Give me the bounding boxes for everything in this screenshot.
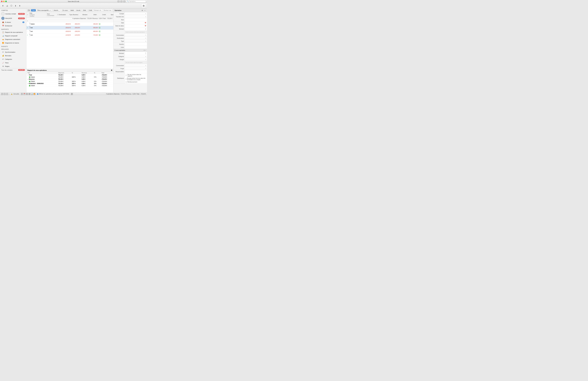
tri-button[interactable]: Tri bbox=[27, 9, 31, 11]
filter-icon[interactable]: ⊞ bbox=[28, 93, 30, 95]
transfert-vers-value[interactable]: ▼ bbox=[125, 15, 147, 18]
print-icon[interactable]: 🖨 bbox=[5, 4, 9, 8]
close-button[interactable] bbox=[1, 1, 2, 2]
stat-checkbox-1[interactable] bbox=[126, 78, 126, 80]
check-cell-2[interactable]: ○ bbox=[26, 31, 29, 32]
field-numero: Numéro bbox=[113, 43, 147, 46]
compte-value[interactable]: ▼ bbox=[125, 12, 147, 15]
sub-categorie-value[interactable]: ▼ bbox=[125, 55, 147, 58]
check-cell-0[interactable]: ○ bbox=[26, 23, 29, 25]
credit-button[interactable]: Crédit bbox=[87, 9, 93, 11]
minimize-button[interactable] bbox=[3, 1, 5, 2]
maximize-button[interactable] bbox=[5, 1, 7, 2]
valide-button[interactable]: Validé bbox=[69, 9, 75, 11]
sub-montant-value[interactable]: ▲▼ bbox=[125, 52, 147, 55]
view-btn-1[interactable] bbox=[117, 0, 120, 2]
statusbar-checkbox-area[interactable]: ✓ Afficher les opérations prévues jusqu'… bbox=[37, 93, 69, 95]
more-transaction-btn[interactable]: ⋯ bbox=[6, 93, 8, 95]
download-icon[interactable]: ⬇ bbox=[14, 4, 17, 8]
check-cell-1[interactable]: ✓ bbox=[26, 27, 29, 29]
avance-button[interactable]: Avancé... bbox=[53, 9, 60, 11]
stat-checkbox-0[interactable] bbox=[126, 75, 127, 76]
chart-icon[interactable]: 📊 bbox=[31, 93, 33, 95]
table-row[interactable]: ○ 25/06/201825/06/2018 Salaire -300,00 €… bbox=[26, 22, 113, 26]
view-btn-2[interactable] bbox=[120, 0, 123, 2]
sidebar-categories[interactable]: 🏷 Catégories bbox=[0, 57, 26, 61]
add-transaction-btn[interactable]: + bbox=[1, 93, 3, 95]
sidebar-synchronisation[interactable]: ⟳ Synchronisation bbox=[0, 50, 26, 54]
th-debit[interactable]: Débit bbox=[88, 14, 97, 16]
sidebar-monnaies[interactable]: 💰 Monnaies bbox=[0, 54, 26, 57]
categorie-cell-0: Salaire bbox=[99, 23, 100, 25]
add-icon[interactable]: + bbox=[144, 9, 146, 11]
sub-commentaire-value[interactable]: ▼ bbox=[125, 64, 147, 67]
th-check[interactable]: ✓ bbox=[26, 14, 29, 16]
type-value[interactable]: ▼ bbox=[125, 40, 147, 43]
sidebar-titres[interactable]: 📈 Titres bbox=[0, 61, 26, 64]
calculator-icon[interactable]: ⊞ bbox=[141, 3, 146, 8]
en-cours-button[interactable]: En cours bbox=[62, 9, 69, 11]
stat-option-0[interactable]: Ne pas inclure dans les rapports bbox=[126, 74, 146, 77]
date-valeur-value[interactable]: 📅 bbox=[125, 24, 147, 27]
th-type-numero[interactable]: Type (Numéro) bbox=[69, 14, 79, 16]
annule-button[interactable]: Annulé bbox=[75, 9, 82, 11]
sub-ops-remove-btn[interactable]: − bbox=[145, 49, 146, 51]
upload-icon[interactable]: ⬆ bbox=[1, 4, 5, 8]
table-row[interactable]: ✓ 04/06/201804/06/2018 test -123,00 € -1… bbox=[26, 33, 113, 37]
forecast-checkbox[interactable]: ✓ bbox=[37, 93, 38, 95]
montant-min-input[interactable] bbox=[93, 9, 103, 11]
account-thierryH24[interactable]: T thierryH24 -423,00 € bbox=[0, 16, 26, 20]
filtres-sauvegardes-button[interactable]: Filtres sauvegardés ▲▼ bbox=[36, 9, 52, 11]
sidebar-diagramme-camembert[interactable]: 🥧 Diagramme camembert bbox=[0, 38, 26, 41]
numero-value[interactable] bbox=[125, 43, 147, 46]
sidebar-rapport-comparatif[interactable]: 📊 Rapport comparatif bbox=[0, 34, 26, 38]
sidebar-a-classer[interactable]: 📥 À classer 2 bbox=[0, 20, 26, 24]
forecast-settings-icon[interactable]: ⊞ bbox=[71, 93, 73, 95]
table-row[interactable]: ○ 11/06/201811/06/2018 test -100,00 € -1… bbox=[26, 30, 113, 33]
settings-icon[interactable]: ⚙ bbox=[141, 9, 143, 11]
stat-checkbox-2[interactable] bbox=[126, 81, 127, 83]
th-commentaire[interactable]: Commentaire bbox=[57, 14, 58, 16]
table-row[interactable]: ✓ 18/06/201818/06/2018 test -200,00 € -2… bbox=[26, 26, 113, 30]
th-nom[interactable]: NomCommentaire bbox=[46, 13, 57, 17]
sub-budget-value[interactable]: ▼ bbox=[125, 58, 147, 61]
bar-chart-small-icon[interactable]: 📶 bbox=[33, 93, 36, 95]
sidebar-diagramme-barres[interactable]: 📶 Diagramme en barres bbox=[0, 41, 26, 45]
sidebar-rapport-sous-ops[interactable]: 📋 Rapport de sous-opérations bbox=[0, 31, 26, 34]
add-account-icon: + bbox=[1, 12, 4, 15]
lock-label[interactable]: Verrouiller bbox=[13, 93, 19, 95]
sub-ops-add-btn[interactable]: + bbox=[144, 49, 145, 51]
th-credit[interactable]: Crédit bbox=[97, 14, 106, 16]
th-destinataire[interactable]: Destinataire bbox=[58, 14, 69, 16]
liens-value[interactable] bbox=[125, 46, 147, 49]
sidebar-regles[interactable]: ⚙ Règles bbox=[0, 65, 26, 68]
th-apercu[interactable]: Aperçu bbox=[106, 14, 113, 16]
nom-value[interactable] bbox=[125, 18, 147, 21]
destinataire-value[interactable]: ▼ bbox=[125, 37, 147, 40]
stat-option-2[interactable]: Remboursement bbox=[126, 81, 137, 83]
responsables-value[interactable] bbox=[125, 70, 147, 73]
info-icon[interactable]: ⓘ bbox=[9, 4, 13, 8]
date-value[interactable]: 📅 bbox=[125, 21, 147, 24]
window-controls[interactable] bbox=[1, 1, 7, 2]
remove-transaction-btn[interactable]: − bbox=[3, 93, 6, 95]
check-cell-3[interactable]: ✓ bbox=[26, 34, 29, 36]
commentaire-value[interactable]: ▼ bbox=[125, 34, 147, 37]
stat-option-1[interactable]: Ne pas inclure lors du calcul de la tend… bbox=[126, 77, 146, 81]
th-date[interactable]: DateCatégorieTransfert bbox=[29, 12, 46, 17]
th-montant[interactable]: Montant bbox=[79, 14, 88, 16]
edit-icon[interactable]: ✏ bbox=[21, 93, 23, 95]
search-box[interactable]: 🔍 Opérations bbox=[126, 0, 146, 2]
copy-icon[interactable]: ⊕ bbox=[26, 93, 28, 95]
tout-button[interactable]: Tout bbox=[31, 9, 36, 11]
nouveau-compte-item[interactable]: + nouveau compte -423,00 € bbox=[0, 12, 26, 16]
calendar-small-icon[interactable]: 📅 bbox=[23, 93, 25, 95]
view-btn-3[interactable] bbox=[123, 0, 125, 2]
montant-value[interactable]: ▲▼ bbox=[125, 27, 147, 31]
montant-max-input[interactable] bbox=[103, 9, 112, 11]
debit-button[interactable]: Débit bbox=[82, 9, 87, 11]
projet-value[interactable]: ▼ bbox=[125, 67, 147, 70]
share-icon[interactable]: ⬆ bbox=[18, 4, 22, 8]
report-settings-icon[interactable]: ⚙ bbox=[111, 69, 112, 71]
sidebar-echeancier[interactable]: 📅 Échéancier bbox=[0, 24, 26, 28]
